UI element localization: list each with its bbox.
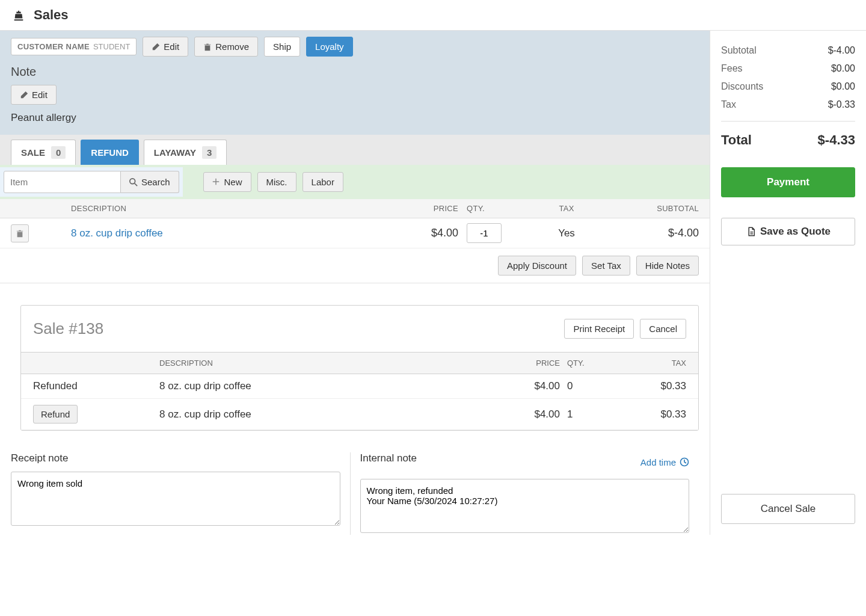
header-tax: TAX: [512, 204, 621, 213]
receipt-note-textarea[interactable]: [11, 472, 340, 526]
pencil-icon: [20, 91, 28, 99]
line-tools: Apply Discount Set Tax Hide Notes: [0, 248, 710, 283]
refund-line-button[interactable]: Refund: [33, 405, 78, 424]
notes-row: Receipt note Internal note Add time: [0, 442, 710, 535]
loyalty-label: Loyalty: [315, 42, 344, 52]
edit-note-button[interactable]: Edit: [11, 85, 57, 105]
line-item-description[interactable]: 8 oz. cup drip coffee: [71, 227, 163, 239]
cancel-sale-card-label: Cancel: [649, 324, 677, 334]
edit-customer-button[interactable]: Edit: [143, 37, 188, 57]
set-tax-button[interactable]: Set Tax: [582, 256, 630, 276]
misc-button[interactable]: Misc.: [257, 172, 296, 192]
hide-notes-button[interactable]: Hide Notes: [636, 256, 699, 276]
add-time-label: Add time: [640, 457, 676, 467]
internal-note-textarea[interactable]: [360, 479, 690, 533]
set-tax-label: Set Tax: [591, 260, 621, 271]
labor-button[interactable]: Labor: [302, 172, 343, 192]
clock-icon: [680, 457, 689, 467]
payment-button[interactable]: Payment: [721, 167, 855, 197]
sale-row-desc: 8 oz. cup drip coffee: [159, 380, 506, 392]
print-receipt-button[interactable]: Print Receipt: [564, 319, 634, 339]
loyalty-button[interactable]: Loyalty: [306, 37, 353, 57]
tab-sale[interactable]: SALE 0: [11, 140, 76, 165]
cancel-sale-label: Cancel Sale: [761, 503, 816, 515]
remove-customer-button[interactable]: Remove: [194, 37, 258, 57]
discounts-value: $0.00: [831, 81, 855, 92]
misc-label: Misc.: [266, 177, 287, 187]
search-button[interactable]: Search: [121, 171, 179, 193]
ship-label: Ship: [273, 42, 291, 52]
receipt-note-heading: Receipt note: [11, 452, 340, 464]
sale-header-qty: QTY.: [560, 359, 602, 368]
tab-bar: SALE 0 REFUND LAYAWAY 3: [0, 135, 710, 165]
save-as-quote-button[interactable]: Save as Quote: [721, 218, 855, 245]
sale-row-qty: 1: [560, 408, 602, 420]
header-description: DESCRIPTION: [35, 204, 398, 213]
tab-layaway-label: LAYAWAY: [154, 147, 196, 158]
fees-label: Fees: [721, 63, 743, 74]
internal-note-col: Internal note Add time: [351, 452, 699, 535]
qty-input[interactable]: [467, 223, 502, 243]
customer-chip[interactable]: CUSTOMER NAME STUDENT: [11, 38, 137, 55]
tab-layaway[interactable]: LAYAWAY 3: [144, 140, 227, 165]
refund-line-label: Refund: [41, 409, 70, 419]
cancel-sale-button[interactable]: Cancel Sale: [721, 494, 855, 524]
top-bar: Sales: [0, 0, 866, 31]
tax-label: Tax: [721, 99, 736, 110]
edit-note-label: Edit: [32, 90, 48, 100]
quote-icon: [746, 226, 757, 237]
tab-sale-label: SALE: [21, 147, 45, 158]
sale-row: Refund 8 oz. cup drip coffee $4.00 1 $0.…: [21, 399, 698, 430]
page-title: Sales: [34, 7, 69, 23]
tab-refund[interactable]: REFUND: [81, 140, 139, 165]
sale-row-qty: 0: [560, 380, 602, 392]
cancel-sale-card-button[interactable]: Cancel: [640, 319, 686, 339]
fees-value: $0.00: [831, 63, 855, 74]
line-item-price: $4.00: [398, 227, 458, 239]
svg-point-0: [130, 178, 135, 183]
customer-name: STUDENT: [93, 42, 130, 51]
tax-value: $-0.33: [828, 99, 855, 110]
line-item-subtotal: $-4.00: [621, 227, 699, 239]
search-button-label: Search: [141, 177, 170, 187]
sale-title: Sale #138: [33, 319, 103, 338]
print-receipt-label: Print Receipt: [573, 324, 625, 334]
ship-button[interactable]: Ship: [264, 37, 300, 57]
discounts-label: Discounts: [721, 81, 763, 92]
new-item-button[interactable]: New: [203, 172, 251, 192]
customer-section: CUSTOMER NAME STUDENT Edit Remove Ship L…: [0, 31, 710, 135]
sale-row-status: Refunded: [33, 380, 159, 392]
apply-discount-label: Apply Discount: [507, 260, 567, 271]
sale-row: Refunded 8 oz. cup drip coffee $4.00 0 $…: [21, 374, 698, 399]
total-label: Total: [721, 132, 752, 148]
save-as-quote-label: Save as Quote: [760, 226, 831, 238]
payment-label: Payment: [767, 176, 809, 188]
sale-header-desc: DESCRIPTION: [159, 359, 506, 368]
line-item-row: 8 oz. cup drip coffee $4.00 Yes $-4.00: [0, 218, 710, 248]
pencil-icon: [152, 43, 160, 51]
sale-header-tax: TAX: [602, 359, 686, 368]
sale-row-tax: $0.33: [602, 380, 686, 392]
sale-title-number: #138: [69, 319, 103, 337]
item-search-input[interactable]: [4, 171, 121, 193]
sale-header-price: PRICE: [506, 359, 560, 368]
line-item-tax: Yes: [512, 227, 621, 239]
plus-icon: [212, 178, 221, 186]
item-search-bar: Search New Misc. Labor: [0, 165, 710, 199]
header-price: PRICE: [398, 204, 458, 213]
edit-customer-label: Edit: [164, 42, 179, 52]
new-item-label: New: [224, 177, 242, 187]
header-qty: QTY.: [458, 204, 512, 213]
tab-refund-label: REFUND: [91, 147, 129, 158]
header-subtotal: SUBTOTAL: [621, 204, 699, 213]
customer-label: CUSTOMER NAME: [17, 42, 90, 51]
sale-row-price: $4.00: [506, 408, 560, 420]
sale-card: Sale #138 Print Receipt Cancel DESCRIPTI…: [20, 305, 699, 431]
total-value: $-4.33: [818, 132, 855, 148]
subtotal-value: $-4.00: [828, 45, 855, 56]
hide-notes-label: Hide Notes: [645, 260, 690, 271]
add-time-link[interactable]: Add time: [640, 457, 689, 467]
apply-discount-button[interactable]: Apply Discount: [498, 256, 576, 276]
delete-line-button[interactable]: [11, 224, 29, 242]
sale-table-header: DESCRIPTION PRICE QTY. TAX: [21, 353, 698, 374]
